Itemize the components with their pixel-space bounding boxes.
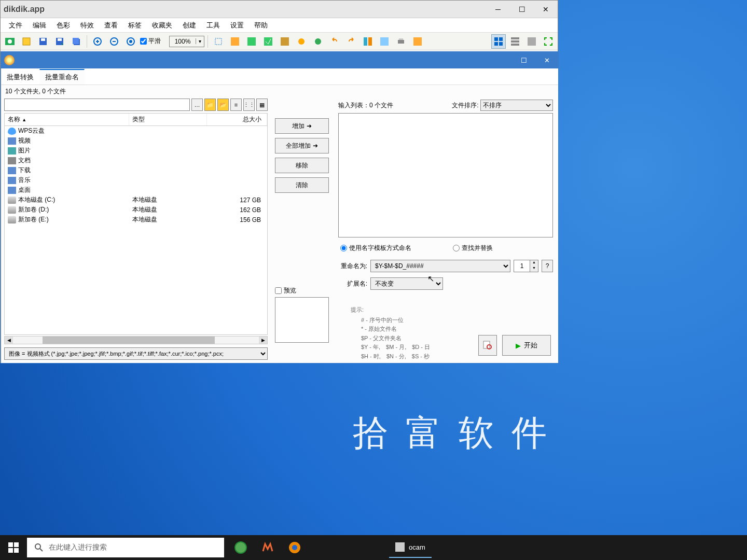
save-icon[interactable] xyxy=(36,34,50,49)
tool-e-icon[interactable] xyxy=(361,34,375,49)
menu-setting[interactable]: 设置 xyxy=(225,19,249,32)
menu-color[interactable]: 色彩 xyxy=(51,19,75,32)
file-row[interactable]: 视频 xyxy=(5,136,267,146)
batch-close-button[interactable]: ✕ xyxy=(535,52,558,68)
maximize-button[interactable]: ☐ xyxy=(510,2,534,17)
sort-select[interactable]: 不排序 xyxy=(480,100,553,111)
file-filter-select[interactable]: 图像 = 视频格式 (*.jpg;*.jpe;*.jpeg;*.jfif;*.b… xyxy=(4,347,268,360)
menu-file[interactable]: 文件 xyxy=(4,19,27,32)
minimize-button[interactable]: ─ xyxy=(486,2,510,17)
file-row[interactable]: 新加卷 (D:)本地磁盘162 GB xyxy=(5,205,267,215)
preview-checkbox[interactable]: 预览 xyxy=(275,286,329,295)
redo-icon[interactable] xyxy=(344,34,358,49)
h-scrollbar[interactable]: ◀ ▶ xyxy=(4,336,268,344)
start-button[interactable]: ▶开始 xyxy=(502,335,551,356)
menu-view[interactable]: 查看 xyxy=(99,19,123,32)
rename-options-panel: 输入列表：0 个文件 文件排序: 不排序 使用名字模板方式命名 查找并替换 重命… xyxy=(333,97,558,363)
rename-label: 重命名为: xyxy=(338,262,367,271)
menu-tag[interactable]: 标签 xyxy=(123,19,147,32)
new-folder-button[interactable]: 📂 xyxy=(217,99,229,111)
file-row[interactable]: 图片 xyxy=(5,146,267,156)
file-row[interactable]: 本地磁盘 (C:)本地磁盘127 GB xyxy=(5,195,267,205)
help-button[interactable]: ? xyxy=(542,260,553,272)
tool-f-icon[interactable] xyxy=(377,34,392,49)
file-row[interactable]: 文档 xyxy=(5,156,267,165)
add-all-button[interactable]: 全部增加 ➜ xyxy=(275,138,329,153)
taskbar-wps-icon[interactable] xyxy=(256,537,279,558)
menu-effect[interactable]: 特效 xyxy=(75,19,99,32)
view-grid-icon[interactable] xyxy=(491,34,506,49)
camera-icon[interactable] xyxy=(3,34,17,49)
tool-g-icon[interactable] xyxy=(410,34,425,49)
file-row[interactable]: 音乐 xyxy=(5,175,267,185)
tool-c-icon[interactable] xyxy=(261,34,275,49)
batch-icon xyxy=(4,55,15,65)
taskbar-browser-icon[interactable] xyxy=(229,537,252,558)
tab-rename[interactable]: 批量重命名 xyxy=(39,69,85,85)
tool-b-icon[interactable] xyxy=(244,34,259,49)
view-mode-b-button[interactable]: ⋮⋮ xyxy=(243,99,255,111)
remove-button[interactable]: 移除 xyxy=(275,158,329,173)
zoom-combo[interactable]: 100% ▾ xyxy=(169,36,204,47)
file-row[interactable]: 桌面 xyxy=(5,185,267,195)
browse-button[interactable]: … xyxy=(191,99,203,111)
smooth-checkbox[interactable]: 平滑 xyxy=(140,37,161,46)
up-folder-button[interactable]: 📁 xyxy=(204,99,216,111)
file-row[interactable]: WPS云盘 xyxy=(5,126,267,136)
tab-convert[interactable]: 批量转换 xyxy=(1,69,39,85)
fullscreen-icon[interactable] xyxy=(541,34,556,49)
menu-favorite[interactable]: 收藏夹 xyxy=(147,19,177,32)
radio-template[interactable]: 使用名字模板方式命名 xyxy=(340,244,411,253)
menu-create[interactable]: 创建 xyxy=(177,19,201,32)
undo-icon[interactable] xyxy=(327,34,342,49)
svg-rect-28 xyxy=(494,42,498,46)
tool-d-icon[interactable] xyxy=(278,34,292,49)
header-size[interactable]: 总大小 xyxy=(207,114,267,125)
menu-tool[interactable]: 工具 xyxy=(201,19,225,32)
taskbar-ocam-app[interactable]: ocam xyxy=(389,537,432,558)
globe-icon[interactable] xyxy=(311,34,325,49)
input-file-list[interactable] xyxy=(338,113,553,237)
view-detail-icon[interactable] xyxy=(524,34,539,49)
header-name[interactable]: 名称 ▲ xyxy=(5,114,129,125)
path-input[interactable] xyxy=(4,99,190,111)
svg-rect-6 xyxy=(58,38,62,41)
svg-rect-8 xyxy=(73,38,79,44)
rename-pattern-input[interactable]: $Y-$M-$D_##### xyxy=(370,260,510,272)
zoom-out-icon[interactable] xyxy=(107,34,121,49)
svg-rect-2 xyxy=(23,38,30,45)
tool-a-icon[interactable] xyxy=(228,34,242,49)
taskbar: 在此键入进行搜索 ocam xyxy=(0,535,747,560)
new-icon[interactable] xyxy=(19,34,34,49)
save-all-icon[interactable] xyxy=(69,34,84,49)
header-type[interactable]: 类型 xyxy=(129,114,207,125)
search-preview-button[interactable] xyxy=(478,335,497,356)
close-button[interactable]: ✕ xyxy=(534,2,558,17)
gear-icon[interactable] xyxy=(294,34,309,49)
radio-replace[interactable]: 查找并替换 xyxy=(453,244,493,253)
save-as-icon[interactable] xyxy=(52,34,67,49)
print-icon[interactable] xyxy=(394,34,408,49)
taskbar-app-icon[interactable] xyxy=(283,537,306,558)
view-mode-c-button[interactable]: ▦ xyxy=(256,99,268,111)
menu-help[interactable]: 帮助 xyxy=(249,19,273,32)
file-row[interactable]: 下载 xyxy=(5,165,267,175)
batch-maximize-button[interactable]: ☐ xyxy=(513,52,535,68)
select-icon[interactable] xyxy=(211,34,226,49)
add-button[interactable]: 增加 ➜ xyxy=(275,118,329,134)
file-list-header: 名称 ▲ 类型 总大小 xyxy=(4,113,268,126)
clear-button[interactable]: 清除 xyxy=(275,177,329,193)
zoom-in-icon[interactable] xyxy=(90,34,105,49)
view-mode-a-button[interactable]: ≡ xyxy=(230,99,242,111)
extension-select[interactable]: 不改变 xyxy=(370,277,443,290)
zoom-fit-icon[interactable] xyxy=(123,34,138,49)
start-menu-button[interactable] xyxy=(0,535,27,560)
main-toolbar: 平滑 100% ▾ xyxy=(1,33,558,50)
menu-edit[interactable]: 编辑 xyxy=(27,19,51,32)
counter-spinner[interactable]: ▲▼ xyxy=(514,260,538,272)
file-row[interactable]: 新加卷 (E:)本地磁盘156 GB xyxy=(5,215,267,225)
svg-point-12 xyxy=(129,40,132,43)
view-list-icon[interactable] xyxy=(508,34,522,49)
file-list[interactable]: WPS云盘视频图片文档下载音乐桌面本地磁盘 (C:)本地磁盘127 GB新加卷 … xyxy=(4,126,268,335)
taskbar-search[interactable]: 在此键入进行搜索 xyxy=(27,538,224,557)
